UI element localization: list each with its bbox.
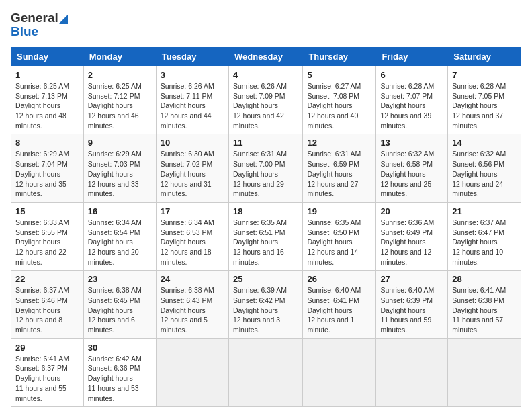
day-number: 28 [452, 274, 517, 284]
logo: General Blue [11, 11, 68, 39]
day-number: 14 [452, 138, 517, 148]
table-row: 21 Sunrise: 6:37 AM Sunset: 6:47 PM Dayl… [448, 202, 521, 270]
logo-triangle-icon [58, 15, 68, 24]
table-row: 2 Sunrise: 6:25 AM Sunset: 7:12 PM Dayli… [83, 66, 156, 134]
table-row: 18 Sunrise: 6:35 AM Sunset: 6:51 PM Dayl… [228, 202, 302, 270]
table-row: 28 Sunrise: 6:41 AM Sunset: 6:38 PM Dayl… [448, 271, 521, 338]
day-number: 27 [380, 274, 443, 284]
day-number: 3 [161, 70, 224, 80]
table-row: 4 Sunrise: 6:26 AM Sunset: 7:09 PM Dayli… [228, 66, 302, 134]
table-row: 6 Sunrise: 6:28 AM Sunset: 7:07 PM Dayli… [376, 66, 448, 134]
day-number: 18 [233, 206, 298, 216]
col-tuesday: Tuesday [156, 48, 228, 66]
day-info: Sunrise: 6:38 AM Sunset: 6:43 PM Dayligh… [161, 285, 224, 334]
table-row [376, 338, 448, 406]
day-info: Sunrise: 6:41 AM Sunset: 6:37 PM Dayligh… [15, 354, 79, 403]
table-row: 8 Sunrise: 6:29 AM Sunset: 7:04 PM Dayli… [11, 134, 84, 202]
table-row: 11 Sunrise: 6:31 AM Sunset: 7:00 PM Dayl… [228, 134, 302, 202]
col-friday: Friday [376, 48, 448, 66]
day-info: Sunrise: 6:34 AM Sunset: 6:54 PM Dayligh… [88, 218, 152, 267]
day-info: Sunrise: 6:33 AM Sunset: 6:55 PM Dayligh… [15, 218, 79, 267]
logo-blue-text: Blue [11, 24, 38, 38]
day-number: 6 [380, 70, 443, 80]
table-row: 9 Sunrise: 6:29 AM Sunset: 7:03 PM Dayli… [83, 134, 156, 202]
day-info: Sunrise: 6:38 AM Sunset: 6:45 PM Dayligh… [88, 285, 152, 334]
table-row [303, 338, 376, 406]
day-info: Sunrise: 6:34 AM Sunset: 6:53 PM Dayligh… [161, 218, 224, 267]
day-number: 21 [452, 206, 517, 216]
table-row: 10 Sunrise: 6:30 AM Sunset: 7:02 PM Dayl… [156, 134, 228, 202]
day-info: Sunrise: 6:30 AM Sunset: 7:02 PM Dayligh… [161, 149, 224, 198]
day-number: 4 [233, 70, 298, 80]
day-number: 7 [452, 70, 517, 80]
day-number: 2 [88, 70, 152, 80]
table-row: 5 Sunrise: 6:27 AM Sunset: 7:08 PM Dayli… [303, 66, 376, 134]
day-info: Sunrise: 6:25 AM Sunset: 7:13 PM Dayligh… [15, 81, 79, 130]
table-row: 26 Sunrise: 6:40 AM Sunset: 6:41 PM Dayl… [303, 271, 376, 338]
day-number: 25 [233, 274, 298, 284]
day-number: 30 [88, 342, 152, 353]
col-saturday: Saturday [448, 48, 521, 66]
table-row: 14 Sunrise: 6:32 AM Sunset: 6:56 PM Dayl… [448, 134, 521, 202]
day-info: Sunrise: 6:27 AM Sunset: 7:08 PM Dayligh… [307, 81, 371, 130]
day-number: 20 [380, 206, 443, 216]
day-info: Sunrise: 6:35 AM Sunset: 6:50 PM Dayligh… [307, 218, 371, 267]
table-row: 17 Sunrise: 6:34 AM Sunset: 6:53 PM Dayl… [156, 202, 228, 270]
day-number: 13 [380, 138, 443, 148]
table-row: 24 Sunrise: 6:38 AM Sunset: 6:43 PM Dayl… [156, 271, 228, 338]
calendar: Sunday Monday Tuesday Wednesday Thursday… [11, 47, 521, 407]
logo-general-text: General [11, 11, 58, 26]
table-row: 27 Sunrise: 6:40 AM Sunset: 6:39 PM Dayl… [376, 271, 448, 338]
day-number: 22 [15, 274, 79, 284]
col-sunday: Sunday [11, 48, 84, 66]
day-info: Sunrise: 6:31 AM Sunset: 6:59 PM Dayligh… [307, 149, 371, 198]
day-number: 8 [15, 138, 79, 148]
day-info: Sunrise: 6:32 AM Sunset: 6:56 PM Dayligh… [452, 149, 517, 198]
day-info: Sunrise: 6:37 AM Sunset: 6:47 PM Dayligh… [452, 218, 517, 267]
table-row [448, 338, 521, 406]
svg-marker-0 [58, 15, 68, 24]
day-info: Sunrise: 6:28 AM Sunset: 7:05 PM Dayligh… [452, 81, 517, 130]
table-row: 22 Sunrise: 6:37 AM Sunset: 6:46 PM Dayl… [11, 271, 84, 338]
day-number: 23 [88, 274, 152, 284]
col-thursday: Thursday [303, 48, 376, 66]
calendar-header-row: Sunday Monday Tuesday Wednesday Thursday… [11, 48, 521, 66]
table-row: 13 Sunrise: 6:32 AM Sunset: 6:58 PM Dayl… [376, 134, 448, 202]
day-info: Sunrise: 6:26 AM Sunset: 7:11 PM Dayligh… [161, 81, 224, 130]
day-number: 24 [161, 274, 224, 284]
day-info: Sunrise: 6:28 AM Sunset: 7:07 PM Dayligh… [380, 81, 443, 130]
day-number: 15 [15, 206, 79, 216]
table-row: 30 Sunrise: 6:42 AM Sunset: 6:36 PM Dayl… [83, 338, 156, 406]
table-row: 1 Sunrise: 6:25 AM Sunset: 7:13 PM Dayli… [11, 66, 84, 134]
day-number: 26 [307, 274, 371, 284]
day-info: Sunrise: 6:31 AM Sunset: 7:00 PM Dayligh… [233, 149, 298, 198]
day-number: 16 [88, 206, 152, 216]
day-number: 10 [161, 138, 224, 148]
table-row: 23 Sunrise: 6:38 AM Sunset: 6:45 PM Dayl… [83, 271, 156, 338]
day-info: Sunrise: 6:32 AM Sunset: 6:58 PM Dayligh… [380, 149, 443, 198]
day-info: Sunrise: 6:26 AM Sunset: 7:09 PM Dayligh… [233, 81, 298, 130]
day-info: Sunrise: 6:40 AM Sunset: 6:41 PM Dayligh… [307, 285, 371, 334]
day-info: Sunrise: 6:40 AM Sunset: 6:39 PM Dayligh… [380, 285, 443, 334]
day-number: 12 [307, 138, 371, 148]
day-info: Sunrise: 6:35 AM Sunset: 6:51 PM Dayligh… [233, 218, 298, 267]
day-info: Sunrise: 6:42 AM Sunset: 6:36 PM Dayligh… [88, 354, 152, 403]
day-info: Sunrise: 6:36 AM Sunset: 6:49 PM Dayligh… [380, 218, 443, 267]
day-info: Sunrise: 6:39 AM Sunset: 6:42 PM Dayligh… [233, 285, 298, 334]
day-number: 11 [233, 138, 298, 148]
table-row: 12 Sunrise: 6:31 AM Sunset: 6:59 PM Dayl… [303, 134, 376, 202]
day-number: 9 [88, 138, 152, 148]
day-info: Sunrise: 6:41 AM Sunset: 6:38 PM Dayligh… [452, 285, 517, 334]
table-row: 19 Sunrise: 6:35 AM Sunset: 6:50 PM Dayl… [303, 202, 376, 270]
table-row [156, 338, 228, 406]
day-info: Sunrise: 6:29 AM Sunset: 7:04 PM Dayligh… [15, 149, 79, 198]
day-number: 19 [307, 206, 371, 216]
table-row [228, 338, 302, 406]
day-info: Sunrise: 6:29 AM Sunset: 7:03 PM Dayligh… [88, 149, 152, 198]
col-monday: Monday [83, 48, 156, 66]
day-number: 5 [307, 70, 371, 80]
day-info: Sunrise: 6:25 AM Sunset: 7:12 PM Dayligh… [88, 81, 152, 130]
col-wednesday: Wednesday [228, 48, 302, 66]
table-row: 29 Sunrise: 6:41 AM Sunset: 6:37 PM Dayl… [11, 338, 84, 406]
table-row: 7 Sunrise: 6:28 AM Sunset: 7:05 PM Dayli… [448, 66, 521, 134]
